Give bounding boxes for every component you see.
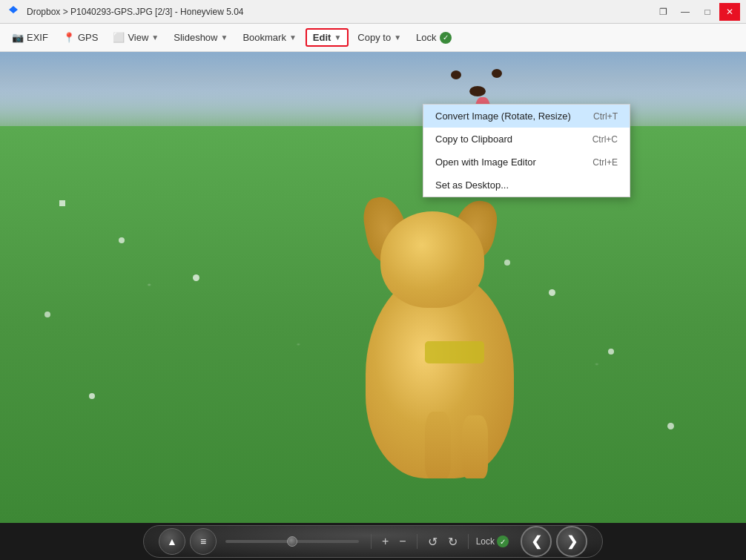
flower-dot — [119, 237, 125, 243]
gps-icon: 📍 — [63, 32, 75, 43]
lock-check-icon: ✓ — [440, 32, 452, 44]
copy-clipboard-item[interactable]: Copy to Clipboard Ctrl+C — [423, 128, 630, 151]
copyto-menu-item[interactable]: Copy to ▼ — [351, 29, 407, 46]
photo-display — [0, 52, 746, 523]
window-title: Dropbox > P1040293-GPS.JPG [2/3] - Honey… — [27, 7, 244, 17]
copyto-arrow-icon: ▼ — [394, 33, 401, 42]
lock-indicator[interactable]: Lock ✓ — [476, 536, 509, 547]
maximize-button[interactable]: □ — [697, 3, 718, 21]
zoom-slider-thumb[interactable] — [287, 536, 297, 547]
flower-dot — [608, 349, 614, 355]
gps-menu-item[interactable]: 📍 GPS — [57, 29, 104, 46]
set-desktop-item[interactable]: Set as Desktop... — [423, 174, 630, 197]
dog-leg-front-left — [425, 412, 451, 478]
menu-button[interactable]: ≡ — [190, 528, 217, 555]
app-logo-icon — [6, 4, 21, 19]
zoom-slider-container — [225, 540, 359, 543]
dog-leg-front-right — [462, 415, 488, 478]
image-area: Convert Image (Rotate, Resize) Ctrl+T Co… — [0, 52, 746, 523]
next-button[interactable]: ❯ — [556, 526, 587, 557]
lock-check-bottom-icon: ✓ — [497, 536, 509, 547]
bookmark-menu-item[interactable]: Bookmark ▼ — [237, 29, 302, 46]
title-left: Dropbox > P1040293-GPS.JPG [2/3] - Honey… — [6, 4, 244, 19]
slideshow-arrow-icon: ▼ — [221, 33, 228, 42]
prev-button[interactable]: ❮ — [521, 526, 552, 557]
rotate-left-button[interactable]: ↺ — [425, 533, 440, 550]
view-menu-item[interactable]: ⬜ View ▼ — [107, 29, 165, 46]
eject-button[interactable]: ▲ — [159, 528, 185, 555]
dog-nose — [469, 86, 486, 96]
dog-eye-left — [451, 70, 461, 79]
menu-bar: 📷 EXIF 📍 GPS ⬜ View ▼ Slideshow ▼ Bookma… — [0, 24, 746, 52]
exif-menu-item[interactable]: 📷 EXIF — [6, 29, 54, 46]
view-arrow-icon: ▼ — [151, 33, 159, 42]
restore-button[interactable]: ❐ — [653, 3, 673, 21]
zoom-slider[interactable] — [225, 540, 359, 543]
edit-dropdown-menu: Convert Image (Rotate, Resize) Ctrl+T Co… — [423, 104, 630, 197]
svg-marker-0 — [9, 6, 18, 17]
flower-dot — [667, 423, 674, 429]
flower-dot — [59, 200, 65, 206]
edit-arrow-icon: ▼ — [334, 33, 341, 42]
slideshow-menu-item[interactable]: Slideshow ▼ — [168, 29, 234, 46]
close-button[interactable]: ✕ — [719, 3, 740, 21]
bottom-toolbar: ▲ ≡ + − ↺ ↻ Lock ✓ — [0, 523, 746, 560]
convert-image-item[interactable]: Convert Image (Rotate, Resize) Ctrl+T — [423, 105, 630, 128]
divider-3 — [468, 534, 469, 549]
open-editor-item[interactable]: Open with Image Editor Ctrl+E — [423, 151, 630, 174]
flower-dot — [193, 274, 199, 281]
edit-menu-item[interactable]: Edit ▼ — [306, 28, 349, 47]
rotate-right-button[interactable]: ↻ — [445, 533, 461, 550]
bookmark-arrow-icon: ▼ — [289, 33, 297, 42]
title-controls: ❐ — □ ✕ — [653, 3, 740, 21]
zoom-out-button[interactable]: − — [396, 533, 409, 550]
dog-head — [380, 211, 484, 308]
minimize-button[interactable]: — — [675, 3, 696, 21]
dog-eye-right — [492, 69, 502, 78]
title-bar: Dropbox > P1040293-GPS.JPG [2/3] - Honey… — [0, 0, 746, 24]
dog-harness — [425, 341, 484, 363]
control-bar: ▲ ≡ + − ↺ ↻ Lock ✓ — [143, 525, 603, 558]
divider-2 — [417, 534, 417, 549]
camera-icon: 📷 — [12, 32, 24, 43]
divider-1 — [371, 534, 372, 549]
lock-menu-item[interactable]: Lock ✓ — [410, 29, 457, 47]
dog-figure — [329, 182, 551, 478]
flower-dot — [44, 312, 50, 317]
flower-dot — [89, 393, 95, 399]
view-icon: ⬜ — [113, 32, 125, 43]
zoom-in-button[interactable]: + — [379, 533, 392, 550]
